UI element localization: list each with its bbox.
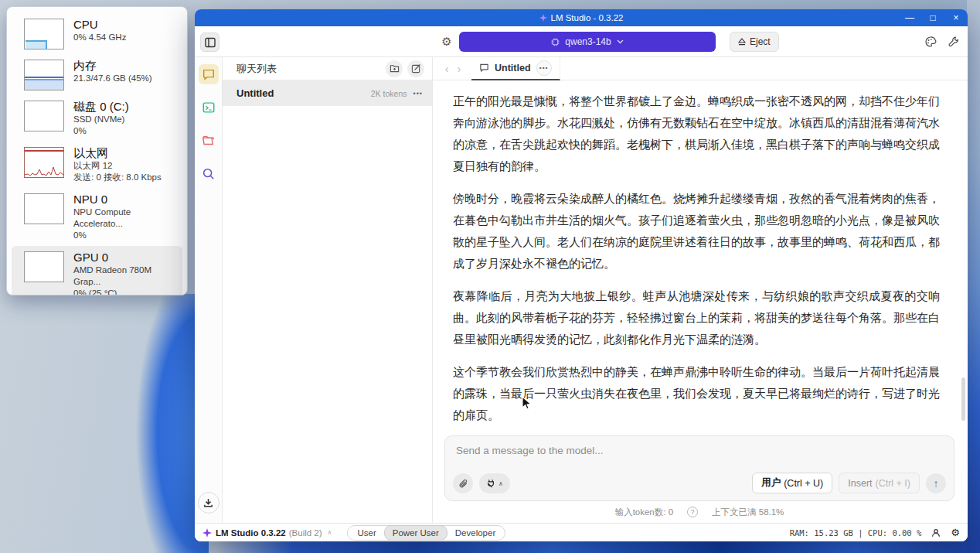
- mode-developer[interactable]: Developer: [447, 526, 503, 540]
- perf-row-cpu[interactable]: CPU 0% 4.54 GHz: [12, 13, 182, 54]
- eject-label: Eject: [750, 36, 771, 47]
- disk-graph: [24, 101, 64, 131]
- send-as-user-button[interactable]: 用户 (Ctrl + U): [752, 473, 832, 493]
- perf-value: AMD Radeon 780M Grap...: [73, 265, 176, 288]
- assistant-paragraph: 正午的阳光最是慷慨，将整个世界都镀上了金边。蝉鸣织成一张密不透风的网，却挡不住少…: [453, 90, 940, 177]
- lmstudio-logo-icon: [539, 14, 547, 22]
- chevron-down-icon: [617, 39, 624, 44]
- eject-icon: [738, 38, 746, 46]
- perf-row-gpu[interactable]: GPU 0 AMD Radeon 780M Grap... 0% (25 °C): [12, 246, 182, 295]
- user-button-label: 用户: [761, 476, 781, 490]
- perf-row-disk[interactable]: 磁盘 0 (C:) SSD (NVMe) 0%: [12, 95, 182, 142]
- downloads-button[interactable]: [198, 492, 219, 514]
- ethernet-graph: [24, 147, 64, 178]
- perf-value: 0% 4.54 GHz: [73, 32, 126, 43]
- send-button[interactable]: ↑: [926, 473, 946, 493]
- message-composer: ∧ 用户 (Ctrl + U) Insert (Ctrl + I): [444, 435, 954, 501]
- user-button-shortcut: (Ctrl + U): [784, 478, 823, 489]
- tab-title: Untitled: [495, 63, 531, 73]
- chat-list-item[interactable]: Untitled 2K tokens •••: [223, 80, 432, 106]
- perf-value: NPU Compute Accelerato...: [73, 207, 176, 230]
- chip-icon: [551, 38, 560, 46]
- message-content: 正午的阳光最是慷慨，将整个世界都镀上了金边。蝉鸣织成一张密不透风的网，却挡不住少…: [433, 80, 968, 431]
- build-label: (Build 2): [289, 528, 322, 538]
- new-chat-button[interactable]: [407, 60, 424, 77]
- help-icon[interactable]: ?: [687, 507, 698, 517]
- nav-back-button[interactable]: ‹: [441, 63, 453, 75]
- perf-value: 0%: [73, 230, 176, 241]
- wallpaper-ribbon: [967, 0, 980, 553]
- lm-studio-window: LM Studio - 0.3.22 — □ × ⚙ qwen3-14b: [195, 9, 968, 541]
- perf-title: 磁盘 0 (C:): [73, 100, 129, 114]
- tab-more-button[interactable]: •••: [536, 60, 552, 76]
- mouse-cursor: [519, 396, 533, 411]
- tab-untitled[interactable]: Untitled •••: [471, 57, 560, 80]
- nav-forward-button[interactable]: ›: [453, 63, 465, 75]
- input-token-count: 输入token数: 0: [615, 507, 673, 518]
- gpu-graph: [24, 251, 64, 282]
- chat-list-panel: 聊天列表 Untitled 2K tokens •••: [223, 57, 433, 523]
- settings-gear-icon[interactable]: ⚙: [951, 527, 960, 538]
- nav-discover-search-icon[interactable]: [199, 164, 219, 184]
- nav-models-folder-icon[interactable]: [199, 131, 219, 151]
- perf-title: NPU 0: [73, 193, 176, 207]
- insert-button-shortcut: (Ctrl + I): [876, 478, 910, 489]
- perf-title: 内存: [73, 59, 152, 73]
- perf-title: 以太网: [73, 146, 162, 160]
- perf-row-memory[interactable]: 内存 21.3/47.6 GB (45%): [12, 54, 182, 95]
- chevron-up-icon: ∧: [499, 480, 503, 487]
- attach-file-button[interactable]: [453, 473, 473, 493]
- plugins-button[interactable]: ∧: [479, 473, 510, 493]
- cpu-graph: [24, 19, 64, 49]
- assistant-paragraph: 傍晚时分，晚霞将云朵染成醉人的橘红色。烧烤摊升起缕缕青烟，孜然的香气混着烤肉的焦…: [453, 188, 940, 275]
- mode-power-user[interactable]: Power User: [384, 525, 447, 541]
- chat-title: Untitled: [236, 87, 274, 99]
- chat-main-area: ‹ › Untitled ••• 正午的阳光最是慷慨，将整个世界都镀上了金边。蝉…: [433, 57, 968, 523]
- perf-row-npu[interactable]: NPU 0 NPU Compute Accelerato... 0%: [12, 188, 182, 246]
- chevron-up-icon[interactable]: ∧: [328, 529, 332, 536]
- mode-user[interactable]: User: [349, 526, 383, 540]
- wrench-icon-button[interactable]: [944, 32, 963, 51]
- perf-row-ethernet[interactable]: 以太网 以太网 12 发送: 0 接收: 8.0 Kbps: [12, 142, 182, 188]
- app-status-bar: LM Studio 0.3.22 (Build 2) ∧ User Power …: [195, 523, 968, 541]
- chat-tokens-badge: 2K tokens: [371, 89, 407, 98]
- assistant-paragraph: 夜幕降临后，月亮为大地披上银纱。蛙声从池塘深处传来，与纺织娘的歌声交织成夏夜的交…: [453, 285, 940, 350]
- npu-graph: [24, 193, 64, 224]
- model-selector-button[interactable]: qwen3-14b: [459, 32, 716, 52]
- assistant-paragraph: 这个季节教会我们欣赏热烈中的静美，在蝉声鼎沸中聆听生命的律动。当最后一片荷叶托起…: [453, 361, 940, 426]
- model-settings-gear-button[interactable]: ⚙: [437, 32, 456, 51]
- insert-button-label: Insert: [848, 478, 872, 489]
- perf-value: SSD (NVMe): [73, 114, 129, 125]
- tab-bar: ‹ › Untitled •••: [433, 57, 968, 80]
- nav-developer-icon[interactable]: [199, 97, 219, 118]
- toolbar: ⚙ qwen3-14b Eject: [195, 26, 968, 57]
- scrollbar-thumb[interactable]: [961, 377, 965, 421]
- perf-value: 0%: [73, 125, 129, 137]
- sidebar-toggle-button[interactable]: [200, 32, 219, 52]
- windows-desktop: CPU 0% 4.54 GHz 内存 21.3/47.6 GB (45%) 磁盘…: [0, 0, 980, 553]
- model-name-label: qwen3-14b: [565, 36, 611, 47]
- perf-value: 发送: 0 接收: 8.0 Kbps: [73, 172, 162, 183]
- titlebar[interactable]: LM Studio - 0.3.22 — □ ×: [195, 9, 968, 26]
- perf-value: 21.3/47.6 GB (45%): [73, 73, 152, 84]
- system-monitor-widget: CPU 0% 4.54 GHz 内存 21.3/47.6 GB (45%) 磁盘…: [6, 6, 188, 295]
- left-nav-rail: [195, 57, 223, 523]
- nav-chat-icon[interactable]: [199, 64, 219, 84]
- window-title: LM Studio - 0.3.22: [551, 13, 624, 22]
- context-usage: 上下文已满 58.1%: [712, 507, 784, 518]
- new-folder-button[interactable]: [386, 60, 403, 77]
- chat-more-button[interactable]: •••: [413, 90, 423, 97]
- eject-button[interactable]: Eject: [730, 32, 779, 52]
- message-input[interactable]: [456, 445, 943, 473]
- insert-button[interactable]: Insert (Ctrl + I): [839, 473, 920, 493]
- perf-value: 0% (25 °C): [73, 288, 176, 295]
- perf-title: GPU 0: [73, 251, 176, 265]
- theme-palette-button[interactable]: [921, 32, 940, 51]
- app-version-label: LM Studio 0.3.22: [216, 528, 286, 538]
- context-status-bar: 输入token数: 0 ? 上下文已满 58.1%: [444, 501, 954, 523]
- memory-graph: [24, 60, 64, 90]
- perf-title: CPU: [73, 18, 126, 32]
- perf-value: 以太网 12: [73, 160, 162, 172]
- user-account-icon[interactable]: [931, 527, 941, 538]
- resource-usage-label: RAM: 15.23 GB | CPU: 0.00 %: [790, 528, 922, 538]
